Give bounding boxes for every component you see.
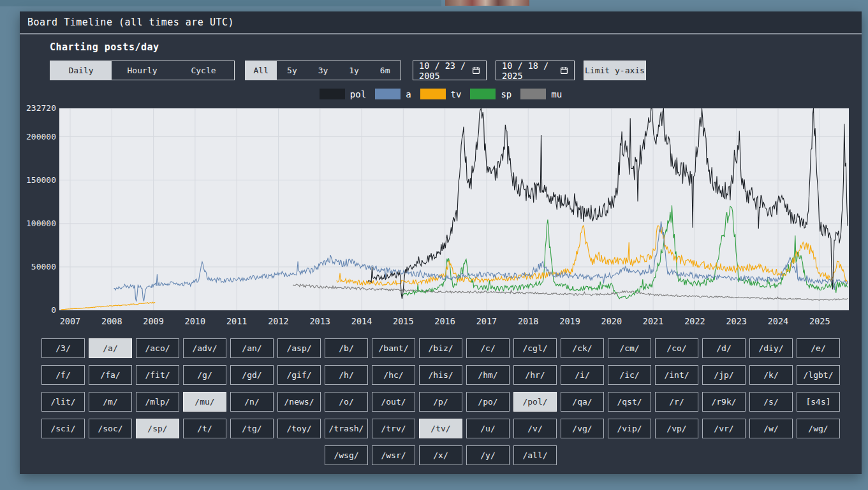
board-button-int[interactable]: /int/ <box>655 365 698 385</box>
board-button-gd[interactable]: /gd/ <box>230 365 274 385</box>
board-button-o[interactable]: /o/ <box>325 392 368 412</box>
board-button-wsr[interactable]: /wsr/ <box>372 445 415 465</box>
board-button-his[interactable]: /his/ <box>419 365 462 385</box>
legend-item-mu[interactable]: mu <box>520 89 562 99</box>
board-button-all[interactable]: /all/ <box>513 445 557 465</box>
board-button-k[interactable]: /k/ <box>749 365 793 385</box>
board-button-soc[interactable]: /soc/ <box>89 419 132 438</box>
calendar-icon[interactable] <box>472 66 480 75</box>
date-from-input[interactable]: 10 / 23 / 2005 <box>413 61 487 80</box>
y-axis-label: 232720 <box>20 104 56 113</box>
board-button-hc[interactable]: /hc/ <box>372 365 415 385</box>
board-button-ic[interactable]: /ic/ <box>608 365 651 385</box>
range-tab-3y[interactable]: 3y <box>307 61 339 80</box>
board-button-cm[interactable]: /cm/ <box>608 338 651 358</box>
y-axis-label: 0 <box>20 306 56 315</box>
board-button-toy[interactable]: /toy/ <box>277 419 321 438</box>
board-button-ck[interactable]: /ck/ <box>561 338 604 358</box>
board-button-biz[interactable]: /biz/ <box>419 338 462 358</box>
board-button-a[interactable]: /a/ <box>89 338 132 358</box>
board-button-tg[interactable]: /tg/ <box>230 419 274 438</box>
mode-tab-cycle[interactable]: Cycle <box>173 61 234 80</box>
board-button-co[interactable]: /co/ <box>655 338 698 358</box>
board-button-asp[interactable]: /asp/ <box>277 338 321 358</box>
board-button-lit[interactable]: /lit/ <box>41 392 85 412</box>
legend-item-tv[interactable]: tv <box>420 89 462 99</box>
board-button-out[interactable]: /out/ <box>372 392 415 412</box>
x-axis-label: 2021 <box>638 316 668 326</box>
board-button-e[interactable]: /e/ <box>797 338 840 358</box>
range-tab-5y[interactable]: 5y <box>277 61 308 80</box>
calendar-icon[interactable] <box>560 66 568 75</box>
board-button-vr[interactable]: /vr/ <box>702 419 746 438</box>
range-tab-all[interactable]: All <box>246 61 277 80</box>
board-button-pol[interactable]: /pol/ <box>513 392 557 412</box>
board-button-d[interactable]: /d/ <box>702 338 746 358</box>
board-button-u[interactable]: /u/ <box>466 419 510 438</box>
legend-label: sp <box>501 89 511 99</box>
board-button-i[interactable]: /i/ <box>561 365 604 385</box>
board-button-adv[interactable]: /adv/ <box>183 338 226 358</box>
board-button-qa[interactable]: /qa/ <box>561 392 604 412</box>
board-button-fa[interactable]: /fa/ <box>89 365 132 385</box>
range-tab-1y[interactable]: 1y <box>339 61 370 80</box>
legend-item-sp[interactable]: sp <box>470 89 511 99</box>
legend-item-pol[interactable]: pol <box>320 89 366 99</box>
board-button-trv[interactable]: /trv/ <box>372 419 415 438</box>
board-button-po[interactable]: /po/ <box>466 392 510 412</box>
board-button-qst[interactable]: /qst/ <box>608 392 651 412</box>
board-button-mu[interactable]: /mu/ <box>183 392 226 412</box>
legend-item-a[interactable]: a <box>375 89 411 99</box>
board-button-v[interactable]: /v/ <box>513 419 557 438</box>
board-button-an[interactable]: /an/ <box>230 338 274 358</box>
board-button-hr[interactable]: /hr/ <box>513 365 557 385</box>
board-button-trash[interactable]: /trash/ <box>325 419 368 438</box>
x-axis-label: 2022 <box>679 316 710 326</box>
board-button-y[interactable]: /y/ <box>466 445 510 465</box>
board-button-news[interactable]: /news/ <box>277 392 321 412</box>
board-button-r9k[interactable]: /r9k/ <box>702 392 746 412</box>
board-button-w[interactable]: /w/ <box>749 419 793 438</box>
board-button-vp[interactable]: /vp/ <box>655 419 698 438</box>
board-button-n[interactable]: /n/ <box>230 392 274 412</box>
board-button-h[interactable]: /h/ <box>325 365 368 385</box>
board-button-gif[interactable]: /gif/ <box>277 365 321 385</box>
board-button-bant[interactable]: /bant/ <box>372 338 415 358</box>
board-button-r[interactable]: /r/ <box>655 392 698 412</box>
board-button-fit[interactable]: /fit/ <box>136 365 179 385</box>
series-line-tv <box>61 302 156 310</box>
legend-label: tv <box>451 89 462 99</box>
board-button-3[interactable]: /3/ <box>41 338 85 358</box>
board-button-s[interactable]: /s/ <box>749 392 793 412</box>
board-button-hm[interactable]: /hm/ <box>466 365 510 385</box>
board-button-c[interactable]: /c/ <box>466 338 510 358</box>
board-button-tv[interactable]: /tv/ <box>419 419 462 438</box>
board-button-diy[interactable]: /diy/ <box>749 338 793 358</box>
chart-canvas[interactable] <box>59 108 849 310</box>
board-button-sp[interactable]: /sp/ <box>136 419 179 438</box>
board-button-wsg[interactable]: /wsg/ <box>325 445 368 465</box>
date-to-input[interactable]: 10 / 18 / 2025 <box>496 61 575 80</box>
board-button-mlp[interactable]: /mlp/ <box>136 392 179 412</box>
board-button-x[interactable]: /x/ <box>419 445 462 465</box>
chart-legend: polatvspmu <box>20 89 862 99</box>
board-button-g[interactable]: /g/ <box>183 365 226 385</box>
board-button-jp[interactable]: /jp/ <box>702 365 746 385</box>
board-button-sci[interactable]: /sci/ <box>41 419 85 438</box>
limit-y-axis-button[interactable]: Limit y-axis <box>584 61 646 80</box>
board-button-vg[interactable]: /vg/ <box>561 419 604 438</box>
board-button-p[interactable]: /p/ <box>419 392 462 412</box>
board-button-wg[interactable]: /wg/ <box>797 419 840 438</box>
board-button-s4s[interactable]: [s4s] <box>797 392 840 412</box>
board-button-cgl[interactable]: /cgl/ <box>513 338 557 358</box>
board-button-lgbt[interactable]: /lgbt/ <box>797 365 840 385</box>
board-button-b[interactable]: /b/ <box>325 338 368 358</box>
range-tab-6m[interactable]: 6m <box>369 61 401 80</box>
board-button-t[interactable]: /t/ <box>183 419 226 438</box>
mode-tab-hourly[interactable]: Hourly <box>112 61 173 80</box>
board-button-vip[interactable]: /vip/ <box>608 419 651 438</box>
board-button-f[interactable]: /f/ <box>41 365 85 385</box>
board-button-aco[interactable]: /aco/ <box>136 338 179 358</box>
board-button-m[interactable]: /m/ <box>89 392 132 412</box>
mode-tab-daily[interactable]: Daily <box>50 61 112 80</box>
